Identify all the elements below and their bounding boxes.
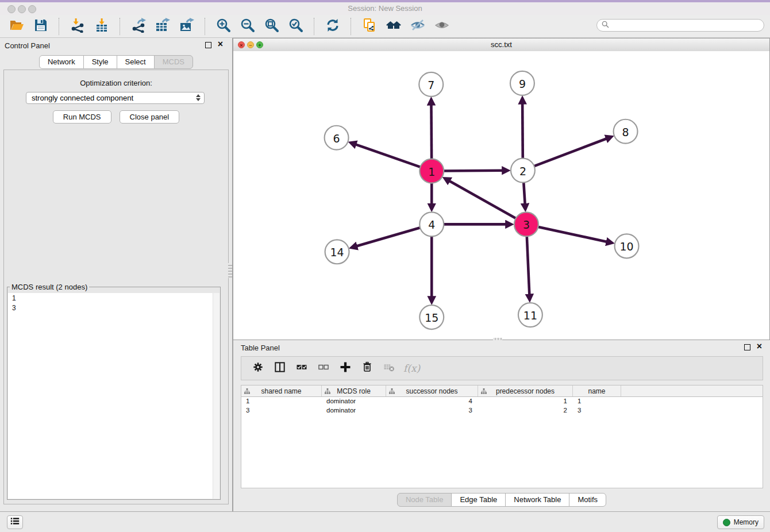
column-icon xyxy=(274,361,286,375)
tab-select[interactable]: Select xyxy=(117,55,155,69)
graph-edge-3-10[interactable] xyxy=(537,226,606,241)
close-panel-icon[interactable]: × xyxy=(218,38,223,50)
export-image-icon xyxy=(179,18,194,35)
toolbar-separator xyxy=(205,18,206,35)
mcds-result-area[interactable]: 1 3 xyxy=(8,293,220,499)
add-column-button[interactable] xyxy=(336,360,355,377)
home-button[interactable] xyxy=(383,17,404,36)
cell-mcds-role: dominator xyxy=(322,406,386,415)
home-icon xyxy=(386,18,401,35)
status-bar: Memory xyxy=(0,511,770,532)
table-row[interactable]: 1 dominator 4 1 1 xyxy=(241,397,763,406)
zoom-selected-button[interactable] xyxy=(286,17,306,36)
graph-edge-2-3[interactable] xyxy=(523,182,525,204)
network-window-title: scc.txt xyxy=(233,40,769,49)
tab-edge-table[interactable]: Edge Table xyxy=(451,493,506,507)
hide-button[interactable] xyxy=(407,17,428,36)
import-table-button[interactable] xyxy=(91,17,112,36)
clone-network-icon xyxy=(362,18,377,35)
cell-name: 1 xyxy=(573,397,621,406)
column-header-mcds-role[interactable]: MCDS role xyxy=(322,385,386,396)
cell-shared-name: 1 xyxy=(241,397,322,406)
column-label: predecessor nodes xyxy=(496,387,555,395)
save-session-button[interactable] xyxy=(30,17,51,36)
graph-edge-3-11[interactable] xyxy=(527,235,530,294)
column-header-name[interactable]: name xyxy=(573,385,621,396)
import-table-icon xyxy=(94,18,109,35)
splitter-handle[interactable] xyxy=(228,263,232,278)
graph-edge-1-7[interactable] xyxy=(431,105,432,160)
network-canvas[interactable]: 7968124314101511 xyxy=(233,51,769,340)
memory-button[interactable]: Memory xyxy=(717,515,764,529)
tab-network[interactable]: Network xyxy=(39,55,84,69)
app-titlebar: Session: New Session xyxy=(0,2,770,16)
export-network-button[interactable] xyxy=(128,17,149,36)
table-settings-button[interactable] xyxy=(248,360,268,377)
import-network-button[interactable] xyxy=(67,17,88,36)
search-field[interactable] xyxy=(596,19,764,32)
cell-predecessor-nodes: 1 xyxy=(478,397,573,406)
delete-icon xyxy=(361,361,373,375)
select-all-button[interactable] xyxy=(292,360,311,377)
tab-node-table[interactable]: Node Table xyxy=(397,493,452,507)
function-icon[interactable]: f(x) xyxy=(403,363,420,374)
control-panel-tabs: Network Style Select MCDS xyxy=(0,55,232,69)
show-button[interactable] xyxy=(432,17,452,36)
run-mcds-button[interactable]: Run MCDS xyxy=(53,110,111,124)
graph-edge-1-6[interactable] xyxy=(356,145,421,168)
tab-style[interactable]: Style xyxy=(83,55,117,69)
graph-edge-3-1[interactable] xyxy=(450,181,517,219)
table-header-row: shared name MCDS role successor nodes pr… xyxy=(241,385,763,397)
result-scrollbar[interactable] xyxy=(213,293,220,499)
criterion-dropdown[interactable]: strongly connected component xyxy=(26,92,205,104)
cell-predecessor-nodes: 2 xyxy=(478,406,573,415)
export-network-icon xyxy=(131,18,146,35)
save-icon xyxy=(33,18,48,35)
clone-network-button[interactable] xyxy=(359,17,380,36)
zoom-fit-button[interactable] xyxy=(261,17,282,36)
column-header-successor-nodes[interactable]: successor nodes xyxy=(386,385,478,396)
deselect-all-button[interactable] xyxy=(314,360,333,377)
refresh-button[interactable] xyxy=(322,17,343,36)
hierarchy-icon xyxy=(389,388,395,396)
memory-label: Memory xyxy=(734,518,759,526)
cell-mcds-role: dominator xyxy=(322,397,386,406)
graph-edge-2-8[interactable] xyxy=(533,138,606,166)
graph-node-label: 4 xyxy=(428,218,435,231)
tab-mcds[interactable]: MCDS xyxy=(154,55,193,69)
zoom-out-button[interactable] xyxy=(237,17,258,36)
close-panel-icon[interactable]: × xyxy=(757,341,762,352)
close-panel-button[interactable]: Close panel xyxy=(120,110,180,124)
column-header-predecessor-nodes[interactable]: predecessor nodes xyxy=(478,385,573,396)
cell-shared-name: 3 xyxy=(241,406,322,415)
graph-edge-4-14[interactable] xyxy=(357,228,421,246)
delete-column-button[interactable] xyxy=(357,360,377,377)
export-image-button[interactable] xyxy=(176,17,197,36)
tab-network-table[interactable]: Network Table xyxy=(505,493,569,507)
cell-successor-nodes: 4 xyxy=(386,397,478,406)
node-table[interactable]: shared name MCDS role successor nodes pr… xyxy=(241,385,763,488)
tab-motifs[interactable]: Motifs xyxy=(569,493,606,507)
export-table-button[interactable] xyxy=(152,17,173,36)
graph-edge-1-2[interactable] xyxy=(442,171,502,171)
table-row[interactable]: 3 dominator 3 2 3 xyxy=(241,406,763,415)
app-title: Session: New Session xyxy=(0,4,770,13)
float-panel-icon[interactable] xyxy=(744,344,750,350)
graph-edge-2-9[interactable] xyxy=(522,104,523,160)
control-panel-header: Control Panel × xyxy=(0,38,232,53)
zoom-in-button[interactable] xyxy=(213,17,234,36)
show-panels-button[interactable] xyxy=(7,515,23,529)
float-panel-icon[interactable] xyxy=(205,42,211,48)
show-columns-button[interactable] xyxy=(270,360,290,377)
criterion-value: strongly connected component xyxy=(32,94,133,102)
chevron-updown-icon xyxy=(196,94,201,101)
open-session-button[interactable] xyxy=(6,17,27,36)
network-window-titlebar[interactable]: × − + scc.txt xyxy=(233,38,769,52)
zoom-out-icon xyxy=(240,18,255,35)
gear-icon xyxy=(252,361,264,375)
graph-node-label: 14 xyxy=(330,246,344,259)
search-input[interactable] xyxy=(612,21,764,30)
hide-eye-icon xyxy=(410,18,425,35)
delete-table-button[interactable] xyxy=(379,360,399,377)
column-header-shared-name[interactable]: shared name xyxy=(241,385,322,396)
